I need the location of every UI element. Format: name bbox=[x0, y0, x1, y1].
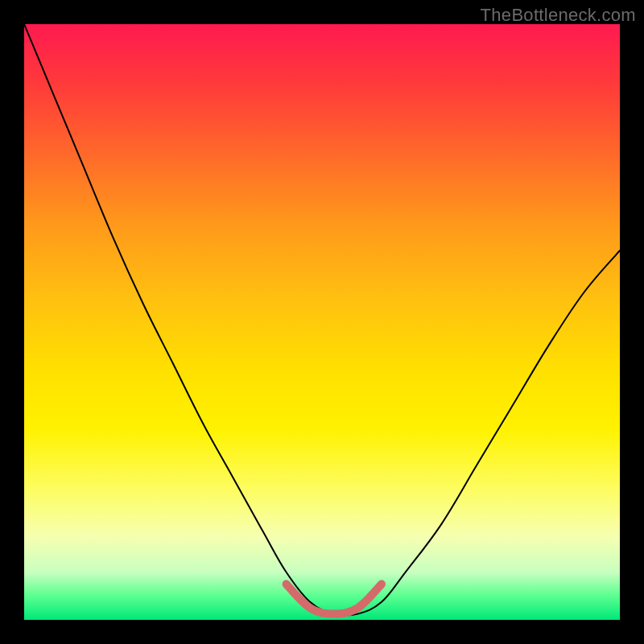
optimal-range-highlight bbox=[287, 584, 382, 614]
bottleneck-curve bbox=[24, 24, 620, 616]
chart-container: TheBottleneck.com bbox=[0, 0, 644, 644]
curve-layer bbox=[24, 24, 620, 616]
watermark-text: TheBottleneck.com bbox=[481, 5, 636, 26]
chart-svg bbox=[24, 24, 620, 620]
plot-area bbox=[24, 24, 620, 620]
